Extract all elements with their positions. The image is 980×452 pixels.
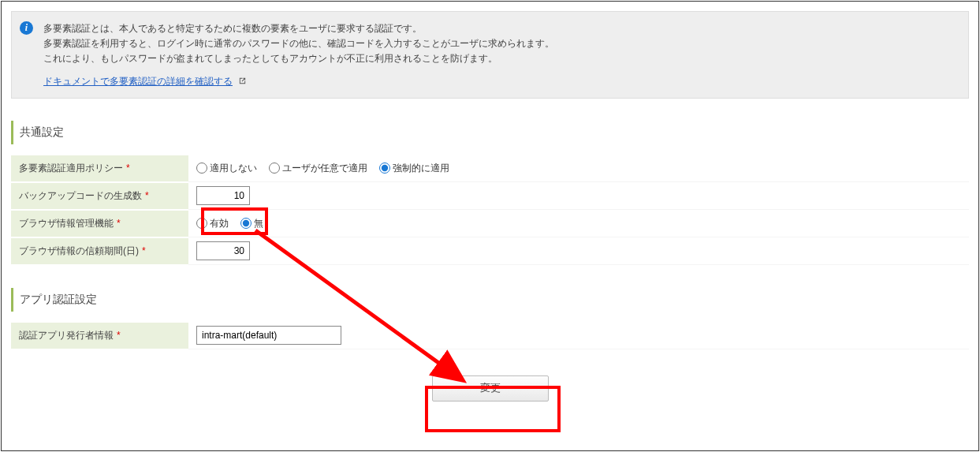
trust-days-input[interactable] — [196, 241, 250, 260]
row-issuer: 認証アプリ発行者情報* — [11, 323, 969, 350]
issuer-cell — [188, 323, 969, 349]
radio-policy-force[interactable]: 強制的に適用 — [379, 162, 449, 175]
row-browser-mgmt: ブラウザ情報管理機能* 有効 無 — [11, 211, 969, 238]
info-box: 多要素認証とは、本人であると特定するために複数の要素をユーザに要求する認証です。… — [11, 11, 969, 99]
submit-area: 変更 — [11, 375, 969, 402]
doc-link[interactable]: ドキュメントで多要素認証の詳細を確認する — [43, 76, 233, 87]
radio-browser-disable[interactable]: 無 — [240, 217, 263, 230]
issuer-input[interactable] — [196, 326, 341, 345]
required-mark: * — [117, 330, 121, 341]
trust-days-cell — [188, 238, 969, 265]
required-mark: * — [126, 162, 130, 174]
info-text: 多要素認証とは、本人であると特定するために複数の要素をユーザに要求する認証です。… — [43, 21, 959, 67]
label-browser-mgmt: ブラウザ情報管理機能* — [11, 211, 188, 237]
info-icon — [20, 21, 33, 35]
radio-browser-enable[interactable]: 有効 — [196, 217, 229, 230]
row-backup-count: バックアップコードの生成数* — [11, 183, 969, 211]
backup-count-cell — [188, 183, 969, 210]
radio-policy-user[interactable]: ユーザが任意で適用 — [269, 162, 367, 175]
required-mark: * — [117, 218, 121, 229]
info-line1: 多要素認証とは、本人であると特定するために複数の要素をユーザに要求する認証です。 — [43, 21, 959, 36]
required-mark: * — [145, 190, 149, 201]
section-app-title: アプリ認証設定 — [11, 288, 969, 312]
browser-mgmt-radios: 有効 無 — [188, 211, 969, 237]
label-issuer: 認証アプリ発行者情報* — [11, 323, 188, 349]
info-line2: 多要素認証を利用すると、ログイン時に通常のパスワードの他に、確認コードを入力する… — [43, 36, 959, 51]
label-trust-days: ブラウザ情報の信頼期間(日)* — [11, 238, 188, 265]
row-policy: 多要素認証適用ポリシー* 適用しない ユーザが任意で適用 強制的に適用 — [11, 155, 969, 183]
info-line3: これにより、もしパスワードが盗まれてしまったとしてもアカウントが不正に利用される… — [43, 51, 959, 66]
policy-radios: 適用しない ユーザが任意で適用 強制的に適用 — [188, 155, 969, 182]
row-trust-days: ブラウザ情報の信頼期間(日)* — [11, 238, 969, 266]
label-policy: 多要素認証適用ポリシー* — [11, 155, 188, 182]
radio-policy-none[interactable]: 適用しない — [196, 162, 257, 175]
doc-link-row: ドキュメントで多要素認証の詳細を確認する — [43, 75, 959, 88]
main-panel: 多要素認証とは、本人であると特定するために複数の要素をユーザに要求する認証です。… — [1, 1, 979, 451]
required-mark: * — [142, 245, 146, 256]
backup-count-input[interactable] — [196, 186, 250, 205]
submit-button[interactable]: 変更 — [432, 375, 549, 402]
label-backup-count: バックアップコードの生成数* — [11, 183, 188, 210]
external-link-icon — [238, 77, 247, 85]
section-common-title: 共通設定 — [11, 121, 969, 144]
